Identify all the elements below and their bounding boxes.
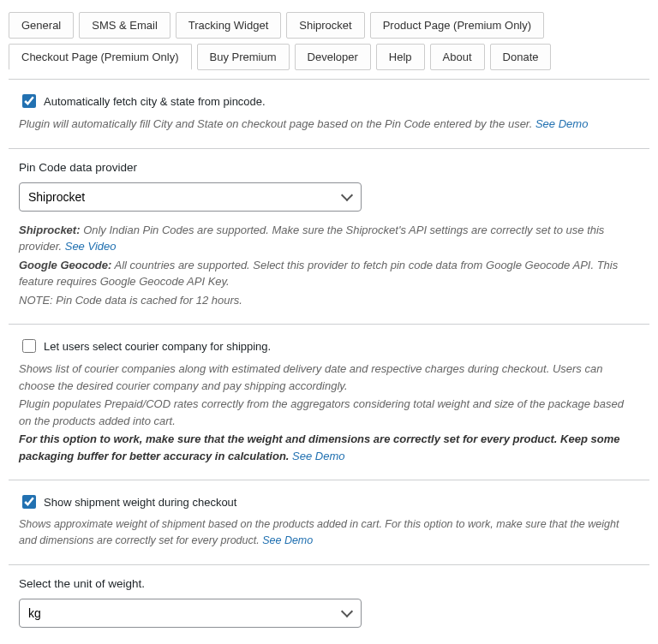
provider-title: Pin Code data provider: [19, 161, 639, 174]
provider-see-video-link[interactable]: See Video: [65, 240, 117, 253]
panel-unit: Select the unit of weight. kg: [9, 565, 649, 643]
provider-google-desc: Google Geocode: All countries are suppor…: [19, 257, 639, 290]
tab-buy-premium[interactable]: Buy Premium: [197, 44, 290, 70]
courier-desc-1: Shows list of courier companies along wi…: [19, 361, 639, 394]
panel-auto-fetch: Automatically fetch city & state from pi…: [9, 79, 649, 149]
tab-general[interactable]: General: [9, 12, 74, 39]
tab-tracking-widget[interactable]: Tracking Widget: [176, 12, 281, 39]
auto-fetch-desc: Plugin will automatically fill City and …: [19, 116, 639, 133]
unit-title: Select the unit of weight.: [19, 577, 639, 590]
tab-sms-email[interactable]: SMS & Email: [79, 12, 170, 39]
courier-desc-2: Plugin populates Prepaid/COD rates corre…: [19, 396, 639, 429]
unit-select[interactable]: kg: [19, 599, 362, 628]
tab-about[interactable]: About: [430, 44, 485, 70]
weight-label: Show shipment weight during checkout: [44, 496, 236, 509]
provider-select[interactable]: Shiprocket: [19, 182, 362, 212]
tab-product-page[interactable]: Product Page (Premium Only): [370, 12, 544, 39]
courier-label: Let users select courier company for shi…: [44, 340, 271, 353]
auto-fetch-checkbox[interactable]: [22, 94, 36, 108]
auto-fetch-see-demo-link[interactable]: See Demo: [535, 117, 588, 130]
panel-courier: Let users select courier company for shi…: [9, 325, 649, 480]
auto-fetch-label: Automatically fetch city & state from pi…: [44, 95, 266, 108]
courier-see-demo-link[interactable]: See Demo: [292, 450, 344, 462]
weight-desc: Shows approximate weight of shipment bas…: [19, 516, 639, 549]
settings-tabs: General SMS & Email Tracking Widget Ship…: [9, 0, 649, 70]
tab-help[interactable]: Help: [376, 44, 425, 70]
panel-weight: Show shipment weight during checkout Sho…: [9, 480, 649, 565]
panel-provider: Pin Code data provider Shiprocket Shipro…: [9, 149, 649, 325]
tab-shiprocket[interactable]: Shiprocket: [286, 12, 364, 39]
weight-see-demo-link[interactable]: See Demo: [262, 534, 313, 546]
courier-checkbox[interactable]: [22, 339, 36, 353]
tab-donate[interactable]: Donate: [490, 44, 552, 70]
weight-checkbox[interactable]: [22, 495, 36, 509]
tab-checkout-page[interactable]: Checkout Page (Premium Only): [9, 44, 192, 70]
provider-shiprocket-desc: Shiprocket: Only Indian Pin Codes are su…: [19, 222, 639, 255]
courier-desc-3: For this option to work, make sure that …: [19, 431, 639, 464]
tab-developer[interactable]: Developer: [295, 44, 371, 70]
provider-cache-note: NOTE: Pin Code data is cached for 12 hou…: [19, 292, 639, 309]
